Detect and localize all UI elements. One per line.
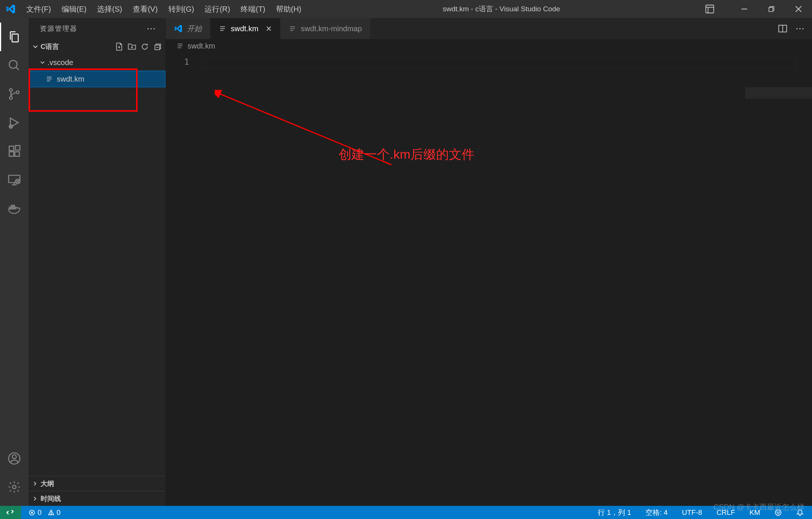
window-minimize-icon[interactable] — [731, 0, 758, 18]
chevron-down-icon — [32, 44, 38, 50]
activity-explorer-icon[interactable] — [0, 23, 29, 51]
tab-swdt[interactable]: swdt.km — [211, 18, 280, 39]
more-actions-icon[interactable]: ⋯ — [795, 23, 804, 34]
tab-start[interactable]: 开始 — [166, 18, 211, 39]
editor-actions: ⋯ — [778, 18, 812, 39]
sidebar-bottom: 大纲 时间线 — [29, 476, 165, 506]
svg-rect-0 — [706, 5, 714, 13]
activity-search-icon[interactable] — [0, 51, 29, 80]
titlebar: 文件(F) 编辑(E) 选择(S) 查看(V) 转到(G) 运行(R) 终端(T… — [0, 0, 812, 18]
status-eol[interactable]: CRLF — [714, 508, 738, 517]
activity-extensions-icon[interactable] — [0, 137, 29, 165]
activity-accounts-icon[interactable] — [0, 444, 29, 473]
chevron-right-icon — [32, 496, 38, 501]
svg-rect-26 — [11, 205, 13, 207]
svg-line-8 — [16, 67, 19, 70]
tab-label: 开始 — [187, 24, 202, 34]
status-notifications-icon[interactable] — [794, 509, 806, 516]
status-bar: 0 0 行 1，列 1 空格: 4 UTF-8 CRLF KM — [0, 506, 812, 519]
line-number: 1 — [166, 57, 189, 67]
activity-source-control-icon[interactable] — [0, 80, 29, 108]
file-tree: .vscode swdt.km — [29, 54, 165, 476]
menu-edit[interactable]: 编辑(E) — [56, 0, 92, 18]
menu-go[interactable]: 转到(G) — [163, 0, 200, 18]
svg-point-61 — [777, 511, 778, 512]
refresh-icon[interactable] — [141, 42, 149, 51]
status-feedback-icon[interactable] — [772, 509, 784, 516]
outline-section[interactable]: 大纲 — [29, 476, 165, 491]
tabs-bar: 开始 swdt.km swdt.km-mindmap — [166, 18, 812, 39]
svg-point-30 — [13, 486, 16, 489]
status-spaces[interactable]: 空格: 4 — [643, 508, 670, 517]
svg-point-9 — [9, 89, 12, 92]
menu-file[interactable]: 文件(F) — [21, 0, 56, 18]
current-line-highlight — [202, 57, 797, 68]
svg-rect-24 — [11, 207, 13, 209]
status-ln-col[interactable]: 行 1，列 1 — [595, 508, 633, 517]
activity-run-debug-icon[interactable] — [0, 108, 29, 137]
editor-content[interactable]: 1 — [166, 53, 812, 506]
status-language[interactable]: KM — [747, 508, 763, 517]
folder-name: C语言 — [41, 42, 59, 51]
svg-rect-14 — [9, 152, 14, 156]
status-warnings[interactable]: 0 — [45, 508, 63, 517]
split-editor-icon[interactable] — [778, 24, 787, 33]
new-file-icon[interactable] — [115, 42, 123, 51]
svg-rect-27 — [13, 205, 15, 207]
menu-select[interactable]: 选择(S) — [92, 0, 127, 18]
svg-point-62 — [779, 511, 780, 512]
chevron-down-icon — [40, 60, 45, 65]
minimap-slider[interactable] — [745, 87, 812, 99]
status-errors[interactable]: 0 — [26, 508, 44, 517]
file-icon — [289, 25, 296, 32]
activity-docker-icon[interactable] — [0, 194, 29, 223]
explorer-sidebar: 资源管理器 ⋯ C语言 — [29, 18, 166, 506]
svg-point-7 — [9, 61, 17, 68]
file-icon — [219, 25, 226, 32]
sidebar-title: 资源管理器 — [40, 24, 77, 33]
svg-point-60 — [776, 510, 781, 515]
tree-folder-label: .vscode — [47, 58, 73, 67]
tree-folder-vscode[interactable]: .vscode — [29, 54, 165, 71]
svg-rect-25 — [13, 207, 15, 209]
file-icon — [45, 75, 53, 83]
svg-point-59 — [51, 513, 51, 514]
menu-terminal[interactable]: 终端(T) — [235, 0, 271, 18]
window-controls — [696, 0, 812, 18]
vscode-logo-icon — [174, 24, 182, 33]
activity-remote-explorer-icon[interactable] — [0, 165, 29, 194]
tree-file-label: swdt.km — [57, 75, 84, 83]
tree-file-swdt[interactable]: swdt.km — [29, 71, 165, 87]
close-icon[interactable] — [266, 26, 272, 32]
status-warnings-count: 0 — [57, 508, 61, 517]
chevron-right-icon — [32, 481, 38, 486]
tab-label: swdt.km — [231, 24, 258, 33]
breadcrumb-file: swdt.km — [188, 42, 215, 50]
tab-mindmap[interactable]: swdt.km-mindmap — [280, 18, 370, 39]
menu-bar: 文件(F) 编辑(E) 选择(S) 查看(V) 转到(G) 运行(R) 终端(T… — [21, 0, 307, 18]
sidebar-more-icon[interactable]: ⋯ — [147, 23, 156, 34]
svg-rect-16 — [15, 146, 20, 150]
svg-point-11 — [16, 91, 19, 94]
tab-label: swdt.km-mindmap — [301, 24, 362, 33]
status-errors-count: 0 — [38, 508, 42, 517]
svg-point-10 — [9, 97, 12, 100]
activity-settings-icon[interactable] — [0, 473, 29, 501]
menu-help[interactable]: 帮助(H) — [271, 0, 307, 18]
code-area[interactable] — [202, 53, 812, 506]
menu-run[interactable]: 运行(R) — [199, 0, 235, 18]
breadcrumb[interactable]: swdt.km — [166, 39, 812, 53]
svg-point-29 — [12, 455, 17, 459]
remote-indicator-icon[interactable] — [0, 506, 21, 519]
file-icon — [176, 42, 184, 50]
status-encoding[interactable]: UTF-8 — [680, 508, 704, 517]
vscode-logo-icon — [0, 4, 21, 14]
menu-view[interactable]: 查看(V) — [127, 0, 163, 18]
layout-customize-icon[interactable] — [696, 0, 723, 18]
collapse-all-icon[interactable] — [153, 42, 162, 51]
window-close-icon[interactable] — [785, 0, 812, 18]
folder-header[interactable]: C语言 — [29, 39, 165, 54]
window-maximize-icon[interactable] — [758, 0, 785, 18]
timeline-section[interactable]: 时间线 — [29, 491, 165, 506]
new-folder-icon[interactable] — [128, 42, 136, 51]
